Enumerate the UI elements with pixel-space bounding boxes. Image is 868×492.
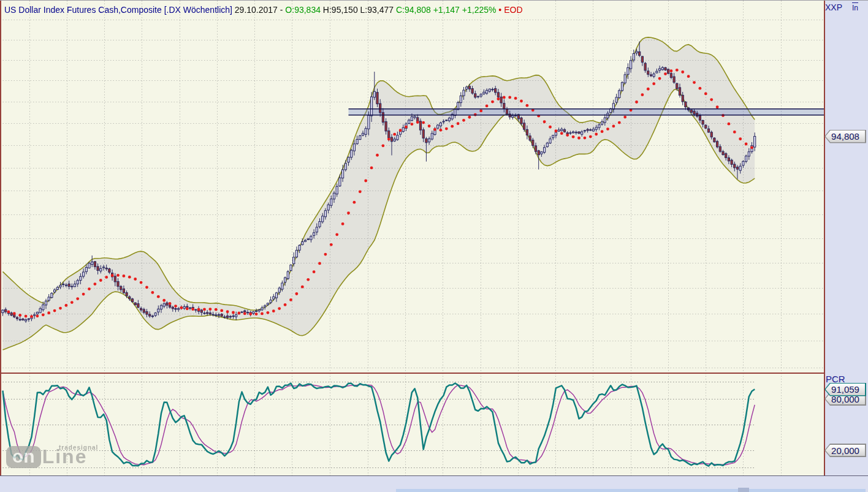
pcr-lower-threshold-tag-value: 20,000 [826,445,866,456]
price-chart-canvas[interactable] [0,1,825,373]
eod-bullet-icon: • [498,5,501,15]
pcr-lower-threshold-tag[interactable]: 20,000 [824,444,866,457]
tradesignal-logo: tradesignal onLine [6,445,87,468]
scrollbar-thumb[interactable] [738,488,749,492]
pcr-current-tag[interactable]: 91,059 [824,383,866,396]
eod-label: EOD [504,5,522,15]
chart-legend: US Dollar Index Futures Cash,Composite [… [4,5,523,15]
instrument-title: US Dollar Index Futures Cash,Composite [… [4,5,232,15]
symbol-fragment-label: XXP [825,2,842,12]
bar-date: 29.10.2017 [235,5,278,15]
chart-right-frame [824,1,825,475]
panel-divider[interactable] [0,373,825,374]
pcr-axis-title: PCR [826,374,845,384]
low-value: L:93,477 [360,5,394,15]
price-last-tag[interactable]: 94,808 [824,130,866,143]
price-last-tag-value: 94,808 [826,131,866,142]
chart-window: US Dollar Index Futures Cash,Composite [… [0,0,868,492]
logo-on-badge: on [6,446,41,468]
open-value: O:93,834 [285,5,321,15]
price-axis[interactable] [825,1,868,373]
close-value: C:94,808 [396,5,431,15]
change-abs: +1,147 [433,5,460,15]
high-value: H:95,150 [323,5,358,15]
chart-left-frame [0,1,1,475]
pcr-current-tag-value: 91,059 [826,384,866,395]
horizontal-scrollbar[interactable] [396,489,866,492]
menu-fragment-label[interactable]: In [852,2,858,12]
logo-brand-text: tradesignal [59,444,98,451]
pcr-indicator-canvas[interactable] [0,373,825,475]
change-pct: +1,225% [462,5,497,15]
